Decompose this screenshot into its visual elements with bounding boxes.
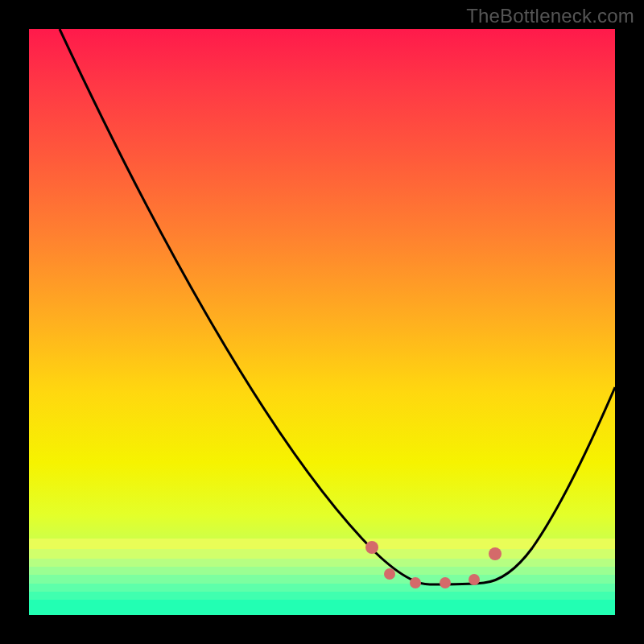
highlight-dot bbox=[410, 577, 421, 588]
optimal-range-dots bbox=[29, 29, 615, 615]
highlight-dot bbox=[489, 547, 502, 560]
highlight-dot bbox=[384, 568, 395, 580]
highlight-dot bbox=[469, 574, 480, 585]
chart-frame: TheBottleneck.com bbox=[0, 0, 644, 644]
highlight-dot bbox=[440, 577, 451, 588]
watermark-text: TheBottleneck.com bbox=[466, 5, 634, 27]
plot-area bbox=[29, 29, 615, 615]
highlight-dot bbox=[365, 541, 378, 554]
